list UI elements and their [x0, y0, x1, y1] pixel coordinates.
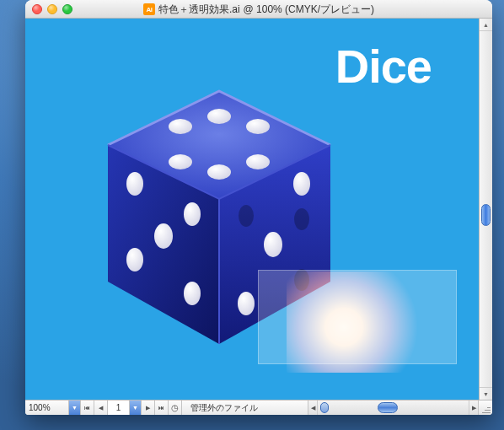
svg-point-4 — [169, 119, 192, 134]
svg-point-15 — [293, 172, 310, 196]
svg-point-9 — [246, 154, 270, 169]
h-scroll-marker[interactable] — [320, 402, 329, 413]
resize-grip[interactable] — [479, 400, 492, 415]
svg-point-17 — [238, 292, 255, 315]
svg-point-12 — [154, 223, 173, 249]
horizontal-scrollbar[interactable]: ◀ ▶ — [308, 400, 479, 415]
status-popup-button[interactable]: ◷ — [169, 400, 182, 415]
svg-point-18 — [294, 208, 309, 230]
scroll-up-icon[interactable]: ▲ — [480, 19, 492, 31]
svg-point-8 — [207, 164, 231, 180]
prev-page-button[interactable]: ◀ — [94, 400, 108, 415]
svg-point-13 — [126, 248, 143, 271]
artwork-heading: Dice — [335, 39, 432, 94]
scroll-right-icon[interactable]: ▶ — [469, 400, 478, 415]
document-window: Ai 特色＋透明効果.ai @ 100% (CMYK/プレビュー) Dice — [25, 0, 492, 415]
window-title-suffix: @ 100% (CMYK/プレビュー) — [244, 3, 375, 17]
page-number: 1 — [116, 403, 121, 412]
chevron-down-icon: ▼ — [132, 405, 138, 411]
zoom-dropdown-button[interactable]: ▼ — [69, 400, 81, 415]
transparent-rect-artwork — [258, 270, 457, 364]
clock-icon: ◷ — [171, 403, 179, 412]
canvas[interactable]: Dice — [25, 19, 479, 400]
zoom-icon[interactable] — [62, 4, 72, 14]
horizontal-scroll-thumb[interactable] — [378, 402, 398, 413]
svg-point-5 — [207, 109, 231, 124]
next-page-button[interactable]: ▶ — [142, 400, 155, 415]
scroll-down-icon[interactable]: ▼ — [480, 387, 492, 400]
svg-point-11 — [184, 202, 201, 226]
close-icon[interactable] — [32, 4, 42, 14]
document-area: Dice — [25, 19, 492, 400]
page-field[interactable]: 1 — [108, 400, 130, 415]
svg-point-7 — [169, 154, 192, 169]
svg-point-6 — [246, 119, 270, 134]
resize-grip-icon — [482, 405, 491, 413]
window-title: Ai 特色＋透明効果.ai @ 100% (CMYK/プレビュー) — [25, 0, 492, 19]
chevron-down-icon: ▼ — [72, 405, 78, 411]
minimize-icon[interactable] — [47, 4, 57, 14]
window-title-filename: 特色＋透明効果.ai — [158, 3, 240, 17]
last-page-button[interactable]: ⏭ — [155, 400, 169, 415]
page-dropdown-button[interactable]: ▼ — [130, 400, 142, 415]
first-page-button[interactable]: ⏮ — [81, 400, 94, 415]
vertical-scroll-thumb[interactable] — [481, 204, 491, 226]
ai-file-icon: Ai — [143, 3, 155, 15]
svg-point-14 — [184, 282, 201, 305]
zoom-field[interactable]: 100% — [25, 400, 69, 415]
svg-point-10 — [126, 172, 143, 196]
titlebar[interactable]: Ai 特色＋透明効果.ai @ 100% (CMYK/プレビュー) — [25, 0, 492, 19]
zoom-value: 100% — [29, 403, 51, 412]
svg-point-16 — [264, 232, 282, 257]
scroll-left-icon[interactable]: ◀ — [308, 400, 318, 415]
traffic-lights — [32, 4, 72, 14]
vertical-scrollbar[interactable]: ▲ ▼ — [479, 19, 492, 400]
svg-point-19 — [239, 205, 254, 227]
status-bar: 100% ▼ ⏮ ◀ 1 ▼ ▶ ⏭ ◷ 管理外のファイル ◀ ▶ — [25, 400, 492, 415]
status-text[interactable]: 管理外のファイル — [182, 400, 308, 415]
